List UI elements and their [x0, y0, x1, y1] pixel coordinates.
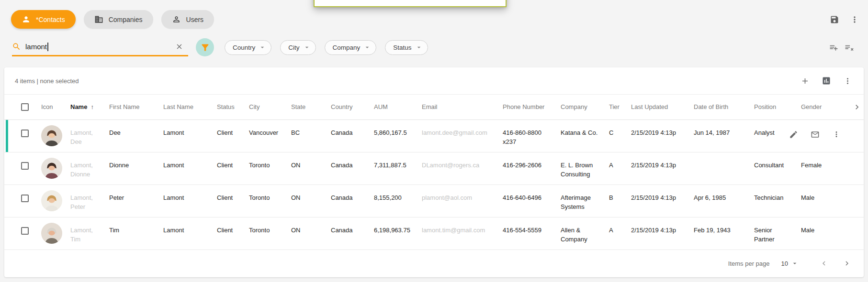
filter-label: Country: [233, 44, 255, 51]
tab-contacts[interactable]: *Contacts: [11, 10, 76, 29]
results-table-card: 4 items | none selected IconName↑First N…: [4, 67, 864, 277]
column-header-country[interactable]: Country: [331, 95, 374, 119]
column-header-state[interactable]: State: [291, 95, 331, 119]
cell-aum: 5,860,167.5: [374, 119, 422, 152]
avatar: [41, 158, 62, 179]
table-toolbar: 4 items | none selected: [4, 67, 864, 95]
filter-company[interactable]: Company: [325, 40, 377, 55]
kebab-icon: [832, 130, 841, 139]
cell-last_updated: 2/15/2019 4:13p: [631, 184, 694, 217]
column-header-status[interactable]: Status: [217, 95, 249, 119]
column-header-icon[interactable]: Icon: [41, 95, 70, 119]
column-header-tier[interactable]: Tier: [609, 95, 631, 119]
column-header-dob[interactable]: Date of Birth: [694, 95, 754, 119]
tab-users[interactable]: Users: [161, 10, 214, 29]
edit-row-button[interactable]: [789, 130, 798, 139]
column-header-last_updated[interactable]: Last Updated: [631, 95, 694, 119]
clear-search-button[interactable]: [175, 43, 183, 51]
save-button[interactable]: [830, 15, 839, 24]
row-end-cell: [852, 152, 864, 184]
row-checkbox[interactable]: [21, 162, 29, 170]
column-header-position[interactable]: Position: [754, 95, 801, 119]
next-page-button[interactable]: [843, 259, 851, 268]
cell-state: ON: [291, 184, 331, 217]
filter-label: Status: [393, 44, 411, 51]
cell-first_name: Peter: [109, 184, 163, 217]
playlist-add-button[interactable]: [829, 43, 838, 52]
column-label: Last Name: [163, 103, 193, 110]
topbar-actions: [830, 15, 859, 24]
select-all-checkbox[interactable]: [21, 103, 29, 111]
avatar: [41, 223, 62, 244]
scroll-columns-right-button[interactable]: [852, 95, 864, 119]
app-window: *ContactsCompaniesUsers lamont CountryCi…: [0, 0, 868, 282]
row-select-cell: [4, 184, 41, 217]
cell-name: Lamont, Tim: [70, 217, 109, 249]
column-label: Position: [754, 103, 776, 110]
filter-status[interactable]: Status: [385, 40, 428, 55]
tab-label: *Contacts: [36, 16, 65, 23]
cell-phone: 416-296-2606: [503, 152, 561, 184]
filter-button[interactable]: [196, 38, 214, 56]
truncated-popup-dialog[interactable]: [314, 0, 507, 7]
cell-gender: Male: [801, 184, 852, 217]
text-cursor: [47, 43, 48, 51]
chevron-right-icon: [852, 102, 862, 112]
tab-companies[interactable]: Companies: [84, 10, 153, 29]
column-header-name[interactable]: Name↑: [70, 95, 109, 119]
entity-tabs: *ContactsCompaniesUsers: [11, 10, 214, 29]
funnel-icon: [200, 43, 210, 53]
column-header-phone[interactable]: Phone Number: [503, 95, 561, 119]
previous-page-button[interactable]: [820, 259, 828, 268]
row-menu-button[interactable]: [832, 130, 841, 139]
column-header-last_name[interactable]: Last Name: [163, 95, 217, 119]
overflow-menu-button[interactable]: [850, 15, 859, 24]
column-header-first_name[interactable]: First Name: [109, 95, 163, 119]
cell-last_name: Lamont: [163, 184, 217, 217]
cell-last_updated: 2/15/2019 4:13p: [631, 152, 694, 184]
cell-email: DLamont@rogers.ca: [422, 152, 503, 184]
cell-status: Client: [217, 152, 249, 184]
cell-city: Toronto: [249, 217, 291, 249]
column-header-email[interactable]: Email: [422, 95, 503, 119]
search-input[interactable]: lamont: [12, 38, 188, 56]
cell-dob: Apr 6, 1985: [694, 184, 754, 217]
column-header-company[interactable]: Company: [561, 95, 609, 119]
tab-label: Users: [186, 16, 204, 23]
row-select-cell: [4, 119, 41, 152]
row-checkbox[interactable]: [21, 130, 29, 137]
avatar: [41, 125, 62, 146]
table-row[interactable]: Lamont, DionneDionneLamontClientTorontoO…: [4, 152, 864, 184]
column-header-gender[interactable]: Gender: [801, 95, 852, 119]
cell-state: BC: [291, 119, 331, 152]
list-edit-icons: [829, 43, 854, 52]
filter-country[interactable]: Country: [225, 40, 271, 55]
person-icon: [22, 15, 31, 24]
column-header-aum[interactable]: AUM: [374, 95, 422, 119]
add-record-button[interactable]: [800, 76, 810, 86]
table-row[interactable]: Lamont, PeterPeterLamontClientTorontoONC…: [4, 184, 864, 217]
table-header-row: IconName↑First NameLast NameStatusCitySt…: [4, 95, 864, 119]
cell-dob: Jun 14, 1987: [694, 119, 754, 152]
cell-country: Canada: [331, 152, 374, 184]
table-menu-button[interactable]: [843, 76, 852, 86]
table-row[interactable]: Lamont, DeeDeeLamontClientVancouverBCCan…: [4, 119, 864, 152]
mail-icon: [811, 130, 820, 139]
row-checkbox[interactable]: [21, 195, 29, 202]
chart-view-button[interactable]: [822, 76, 831, 86]
column-header-city[interactable]: City: [249, 95, 291, 119]
filter-pills: CountryCityCompanyStatus: [225, 40, 428, 55]
cell-tier: A: [609, 152, 631, 184]
email-row-button[interactable]: [811, 130, 820, 139]
items-per-page-value: 10: [781, 260, 788, 267]
cell-name: Lamont, Dionne: [70, 152, 109, 184]
playlist-remove-button[interactable]: [845, 43, 854, 52]
filter-city[interactable]: City: [280, 40, 316, 55]
filter-label: City: [288, 44, 299, 51]
cell-position: Technician: [754, 184, 801, 217]
row-checkbox[interactable]: [21, 227, 29, 235]
row-actions: [789, 130, 841, 139]
items-per-page-label: Items per page: [728, 260, 770, 267]
items-per-page-select[interactable]: 10: [781, 260, 799, 267]
table-row[interactable]: Lamont, TimTimLamontClientTorontoONCanad…: [4, 217, 864, 249]
